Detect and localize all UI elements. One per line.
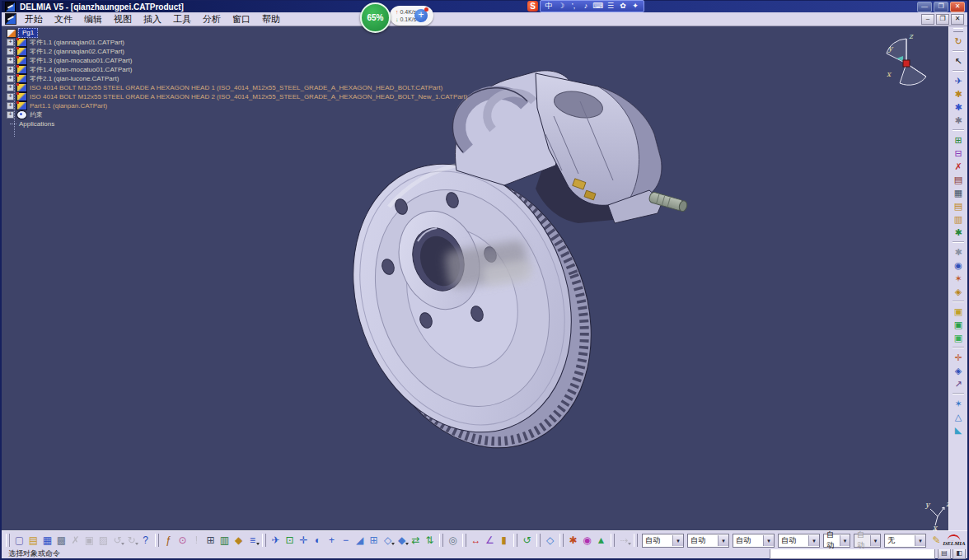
tree-item-applications[interactable]: + Applications xyxy=(7,119,467,128)
component-constraint-button[interactable]: ◉ xyxy=(951,259,966,272)
zoom-in-button[interactable]: + xyxy=(325,534,339,548)
dropdown-arrow-icon[interactable]: ▾ xyxy=(915,535,925,546)
graphic-color-select[interactable]: 自动 ▾ xyxy=(642,534,684,548)
fly-button[interactable]: ✈ xyxy=(951,74,966,87)
ime-punctuation-icon[interactable]: ’, xyxy=(568,2,579,11)
tree-expander-icon[interactable]: + xyxy=(7,48,14,55)
dropdown-arrow-icon[interactable]: ▾ xyxy=(870,535,880,546)
undo-button[interactable]: ↺ xyxy=(110,534,124,548)
menu-file[interactable]: 文件 xyxy=(49,12,78,26)
update-all-button[interactable]: ↻ xyxy=(951,35,966,48)
power-input-field[interactable] xyxy=(770,548,935,559)
formula-button[interactable]: ƒ xyxy=(162,534,176,548)
ime-soft-keyboard-icon[interactable]: ⌨ xyxy=(592,2,604,11)
dropdown-arrow-icon[interactable]: ▾ xyxy=(718,535,728,546)
comment-button[interactable]: ⊙ xyxy=(176,534,190,548)
menu-edit[interactable]: 编辑 xyxy=(78,12,108,26)
measure-between-button[interactable]: ↔ xyxy=(469,534,483,548)
print-button[interactable]: ▩ xyxy=(54,534,68,548)
power-input-toggle-icon[interactable]: ▤ xyxy=(938,548,951,559)
knowledge-advisor-button[interactable]: ✱ xyxy=(951,100,966,114)
fly-mode-button[interactable]: ✈ xyxy=(269,534,283,548)
menu-help[interactable]: 帮助 xyxy=(256,12,286,26)
paste-button[interactable]: ▨ xyxy=(96,534,110,548)
whats-this-button[interactable]: ? xyxy=(138,534,152,548)
cut-button[interactable]: ✗ xyxy=(68,534,82,548)
new-product-button[interactable]: ▣ xyxy=(951,318,966,331)
maximize-button[interactable]: ❐ xyxy=(934,2,948,12)
clash-button[interactable]: ◇ xyxy=(543,534,557,548)
open-catalog-button[interactable]: ⊞ xyxy=(951,133,966,147)
pan-button[interactable]: ✛ xyxy=(297,534,311,548)
constraint-creation-button[interactable]: ⇢ xyxy=(617,534,631,548)
tree-expander-icon[interactable]: + xyxy=(7,66,14,73)
floating-plus-button[interactable]: + xyxy=(414,9,428,22)
tree-expander-icon[interactable]: + xyxy=(7,102,14,110)
dropdown-arrow-icon[interactable]: ▾ xyxy=(672,535,683,546)
child-minimize-button[interactable]: – xyxy=(921,14,934,25)
measure-item-button[interactable]: ∠ xyxy=(483,534,497,548)
tree-expander-icon[interactable]: + xyxy=(7,39,14,46)
reorder-tree-button[interactable]: ▲ xyxy=(594,534,608,548)
catalog-browser-button[interactable]: ◉ xyxy=(580,534,594,548)
tree-expander-icon[interactable]: + xyxy=(7,57,14,64)
rule-editor-button[interactable]: ≡ xyxy=(246,534,260,548)
dropdown-arrow-icon[interactable]: ▾ xyxy=(840,535,850,546)
swap-visible-space-button[interactable]: ⇅ xyxy=(423,534,437,548)
dialog-expand-icon[interactable]: ◧ xyxy=(953,548,966,559)
tree-item-constraints[interactable]: + 约束 xyxy=(7,110,467,119)
tree-item-part-2-1[interactable]: + 零件2.1 (qian-lucone.CATPart) xyxy=(7,74,467,83)
import-button[interactable]: ⊟ xyxy=(951,147,966,160)
3d-viewport[interactable]: z y x z y x Pg1 xyxy=(2,26,949,530)
turntable-button[interactable]: ◎ xyxy=(446,534,460,548)
apply-material-button[interactable]: ✱ xyxy=(566,534,580,548)
smart-move-button[interactable]: ↗ xyxy=(951,377,966,390)
graphic-linetype-select[interactable]: 自动 ▾ xyxy=(733,534,775,548)
multi-view-button[interactable]: ⊞ xyxy=(367,534,381,548)
tree-root[interactable]: Pg1 xyxy=(7,28,467,38)
redo-button[interactable]: ↻ xyxy=(124,534,138,548)
dropdown-arrow-icon[interactable]: ▾ xyxy=(808,535,819,546)
open-button[interactable]: ▤ xyxy=(26,534,40,548)
hide-show-button[interactable]: ⇄ xyxy=(409,534,423,548)
close-button[interactable]: ✕ xyxy=(950,2,965,12)
update-button[interactable]: ↺ xyxy=(520,534,534,548)
copy-button[interactable]: ▣ xyxy=(82,534,96,548)
menu-insert[interactable]: 插入 xyxy=(138,12,167,26)
knowledge-inspector-button[interactable]: ✱ xyxy=(951,87,966,100)
tree-item-bolt-2[interactable]: + ISO 4014 BOLT M12x55 STEEL GRADE A HEX… xyxy=(7,92,467,101)
tree-item-part1-1[interactable]: + Part1.1 (qianpan.CATPart) xyxy=(7,101,467,110)
child-restore-button[interactable]: ❐ xyxy=(936,14,949,25)
gear-pair-button[interactable]: ✱ xyxy=(951,226,966,239)
sectioning-button[interactable]: ◣ xyxy=(951,423,966,436)
ime-halfmoon-icon[interactable]: ☽ xyxy=(555,2,567,11)
painter-button[interactable]: ✎ xyxy=(930,534,943,548)
menu-view[interactable]: 视图 xyxy=(108,12,138,26)
normal-view-button[interactable]: ◢ xyxy=(353,534,367,548)
fastener-button[interactable]: ✶ xyxy=(951,272,966,285)
percent-badge[interactable]: 65% xyxy=(360,2,391,33)
knowledge-expert-button[interactable]: ✱ xyxy=(951,114,966,127)
graphic-layer-select[interactable]: 无 ▾ xyxy=(884,534,926,548)
graphic-render-select[interactable]: 自动 ▾ xyxy=(854,534,881,548)
rotate-button[interactable]: ◐ xyxy=(311,534,325,548)
manipulation-button[interactable]: ✛ xyxy=(951,351,966,364)
structure-folder-button[interactable]: ▥ xyxy=(951,212,966,226)
graphic-thickness-select[interactable]: 自动 ▾ xyxy=(778,534,820,548)
sogou-logo-icon[interactable]: S xyxy=(527,1,538,12)
ime-microphone-icon[interactable]: ♪ xyxy=(580,2,592,11)
dropdown-arrow-icon[interactable]: ▾ xyxy=(763,535,774,546)
select-button[interactable]: ↖ xyxy=(951,54,966,68)
ime-skin-icon[interactable]: ✿ xyxy=(617,2,629,11)
toolbar-grip[interactable] xyxy=(953,28,963,32)
clash-detection-button[interactable]: △ xyxy=(951,410,966,423)
layer-filter-button[interactable]: ▤ xyxy=(951,173,966,186)
snap-button[interactable]: ◈ xyxy=(951,364,966,377)
tree-expander-icon[interactable]: + xyxy=(7,84,14,91)
menu-tools[interactable]: 工具 xyxy=(167,12,197,26)
menu-analyze[interactable]: 分析 xyxy=(197,12,227,26)
ime-chinese-mode-icon[interactable]: 中 xyxy=(543,2,555,11)
tree-item-part-1-2[interactable]: + 零件1.2 (qiannaqian02.CATPart) xyxy=(7,47,467,56)
new-part-button[interactable]: ▣ xyxy=(951,331,966,344)
tree-item-part-1-4[interactable]: + 零件1.4 (qian-mocatuo01.CATPart) xyxy=(7,65,467,74)
